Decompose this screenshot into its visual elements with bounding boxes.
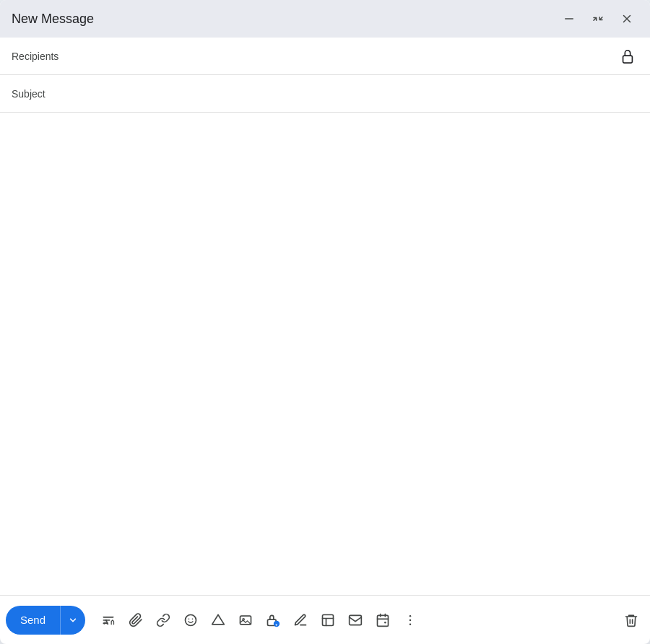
svg-rect-12 bbox=[350, 615, 362, 625]
template-button[interactable] bbox=[315, 607, 341, 633]
recipients-row: Recipients bbox=[0, 38, 650, 75]
expand-icon bbox=[592, 12, 604, 25]
schedule-send-button[interactable] bbox=[370, 607, 396, 633]
svg-point-17 bbox=[410, 623, 412, 625]
subject-input[interactable] bbox=[69, 88, 638, 100]
svg-point-14 bbox=[384, 622, 386, 624]
more-vert-icon bbox=[403, 613, 417, 627]
recipients-actions bbox=[617, 45, 638, 67]
format-text-icon: A bbox=[101, 613, 116, 627]
message-body[interactable] bbox=[0, 113, 650, 595]
insert-link-button[interactable] bbox=[150, 607, 176, 633]
more-options-button[interactable] bbox=[397, 607, 423, 633]
signature-button[interactable] bbox=[287, 607, 313, 633]
drive-icon bbox=[211, 613, 225, 627]
svg-rect-11 bbox=[323, 614, 334, 625]
emoji-icon bbox=[183, 613, 198, 627]
recipients-label: Recipients bbox=[12, 51, 69, 62]
subject-row: Subject bbox=[0, 75, 650, 113]
toolbar: Send A bbox=[0, 595, 650, 644]
svg-point-5 bbox=[192, 618, 194, 619]
attach-icon bbox=[129, 613, 143, 627]
svg-rect-0 bbox=[565, 18, 573, 19]
signature-icon bbox=[293, 613, 308, 627]
close-button[interactable] bbox=[615, 7, 638, 30]
attach-button[interactable] bbox=[123, 607, 149, 633]
template-icon bbox=[321, 613, 335, 627]
link-icon bbox=[156, 613, 170, 627]
subject-label: Subject bbox=[12, 88, 69, 100]
envelope-icon bbox=[348, 613, 363, 627]
title-bar-controls bbox=[558, 7, 638, 30]
discard-button[interactable] bbox=[618, 607, 644, 633]
send-dropdown-button[interactable] bbox=[60, 606, 85, 635]
drive-button[interactable] bbox=[205, 607, 231, 633]
svg-text:+: + bbox=[275, 622, 278, 626]
svg-point-4 bbox=[188, 618, 190, 619]
minimize-icon bbox=[563, 12, 576, 25]
format-text-button[interactable]: A bbox=[95, 607, 121, 633]
labels-button[interactable] bbox=[342, 607, 368, 633]
svg-point-15 bbox=[410, 614, 412, 617]
svg-text:A: A bbox=[103, 617, 109, 625]
send-button[interactable]: Send bbox=[6, 606, 60, 635]
lock-button[interactable] bbox=[617, 45, 638, 67]
expand-button[interactable] bbox=[586, 7, 610, 30]
send-button-group: Send bbox=[6, 606, 85, 635]
svg-point-3 bbox=[186, 614, 196, 625]
photo-icon bbox=[238, 613, 253, 627]
confidential-icon: + bbox=[266, 613, 280, 627]
close-icon bbox=[620, 12, 633, 25]
chevron-down-icon bbox=[68, 615, 78, 625]
svg-rect-13 bbox=[378, 615, 389, 626]
compose-window: New Message Recipients bbox=[0, 0, 650, 644]
calendar-icon bbox=[376, 613, 390, 627]
minimize-button[interactable] bbox=[558, 7, 581, 30]
svg-rect-1 bbox=[623, 56, 633, 63]
window-title: New Message bbox=[12, 12, 94, 27]
insert-photo-button[interactable] bbox=[233, 607, 259, 633]
lock-icon bbox=[620, 48, 636, 64]
confidential-button[interactable]: + bbox=[260, 607, 286, 633]
title-bar: New Message bbox=[0, 0, 650, 38]
trash-icon bbox=[624, 613, 638, 627]
svg-point-16 bbox=[410, 619, 412, 621]
emoji-button[interactable] bbox=[178, 607, 204, 633]
recipients-input[interactable] bbox=[69, 51, 617, 62]
